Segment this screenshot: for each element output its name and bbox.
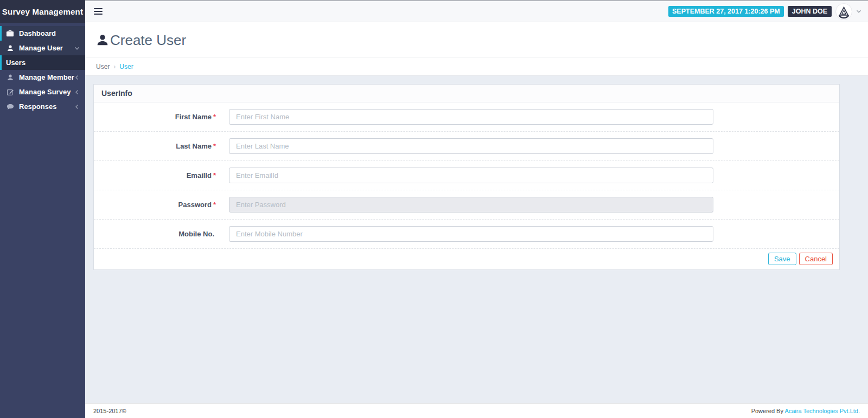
company-link[interactable]: Acaira Technologies Pvt.Ltd. xyxy=(784,408,860,414)
last-name-field[interactable] xyxy=(229,138,713,154)
chevron-left-icon xyxy=(74,89,80,95)
sidebar-item-label: Manage Survey xyxy=(19,88,71,96)
datetime-badge: SEPTEMBER 27, 2017 1:20:26 PM xyxy=(668,6,784,17)
panel-title: UserInfo xyxy=(94,85,839,102)
sidebar-item-manage-survey[interactable]: Manage Survey xyxy=(0,85,85,99)
topbar: SEPTEMBER 27, 2017 1:20:26 PM JOHN DOE xyxy=(85,1,868,22)
sidebar: Survey Management Dashboard Manage User … xyxy=(0,0,85,418)
sidebar-item-dashboard[interactable]: Dashboard xyxy=(0,26,85,41)
required-asterisk: * xyxy=(213,171,216,179)
first-name-label: First Name* xyxy=(94,113,216,121)
required-asterisk: * xyxy=(213,142,216,150)
sidebar-item-label: Dashboard xyxy=(19,29,56,37)
sidebar-item-manage-member[interactable]: Manage Member xyxy=(0,70,85,85)
sidebar-item-label: Users xyxy=(6,59,25,67)
chevron-down-icon xyxy=(74,46,80,51)
content-area: UserInfo First Name* Last Name* xyxy=(85,76,868,403)
form-row-mobile: Mobile No. xyxy=(94,220,839,249)
last-name-label: Last Name* xyxy=(94,142,216,150)
breadcrumb-parent[interactable]: User xyxy=(96,63,110,70)
breadcrumb: User › User xyxy=(85,57,868,76)
form-row-password: Password* xyxy=(94,190,839,220)
form-row-emailid: EmailId* xyxy=(94,161,839,190)
app-title: Survey Management xyxy=(0,0,85,23)
sidebar-item-label: Manage Member xyxy=(19,73,74,81)
comment-icon xyxy=(6,102,14,111)
panel-footer: Save Cancel xyxy=(94,249,839,269)
first-name-field[interactable] xyxy=(229,109,713,125)
form-row-first-name: First Name* xyxy=(94,102,839,132)
emailid-field[interactable] xyxy=(229,168,713,183)
required-asterisk: * xyxy=(213,113,216,121)
user-icon xyxy=(96,34,109,47)
page-heading-section: Create User xyxy=(85,22,868,57)
mobile-label: Mobile No. xyxy=(94,230,216,238)
breadcrumb-current[interactable]: User xyxy=(119,63,133,70)
password-field[interactable] xyxy=(229,197,713,213)
userinfo-panel: UserInfo First Name* Last Name* xyxy=(93,84,840,270)
hamburger-menu-icon[interactable] xyxy=(93,6,104,17)
main-area: SEPTEMBER 27, 2017 1:20:26 PM JOHN DOE C… xyxy=(85,0,868,418)
page-title: Create User xyxy=(110,33,186,48)
edit-icon xyxy=(6,88,14,96)
sidebar-item-label: Responses xyxy=(19,102,56,111)
briefcase-icon xyxy=(6,29,14,37)
sidebar-item-users[interactable]: Users xyxy=(0,55,85,70)
emailid-label: EmailId* xyxy=(94,171,216,179)
cancel-button[interactable]: Cancel xyxy=(799,253,833,265)
member-icon xyxy=(6,73,14,81)
required-asterisk: * xyxy=(213,201,216,209)
copyright-text: 2015-2017© xyxy=(93,408,126,414)
sidebar-menu: Dashboard Manage User Users Manage Membe… xyxy=(0,26,85,114)
password-label: Password* xyxy=(94,201,216,209)
sidebar-item-responses[interactable]: Responses xyxy=(0,99,85,114)
save-button[interactable]: Save xyxy=(768,253,796,265)
mobile-field[interactable] xyxy=(229,226,713,242)
user-menu-caret-icon[interactable] xyxy=(856,9,861,14)
company-logo[interactable] xyxy=(835,3,852,20)
breadcrumb-separator-icon: › xyxy=(113,63,116,70)
powered-by-text: Powered By Acaira Technologies Pvt.Ltd. xyxy=(751,408,860,414)
sidebar-item-manage-user[interactable]: Manage User xyxy=(0,41,85,55)
chevron-left-icon xyxy=(74,75,80,80)
footer: 2015-2017© Powered By Acaira Technologie… xyxy=(85,403,868,418)
chevron-left-icon xyxy=(74,104,80,110)
user-icon xyxy=(6,44,14,52)
username-badge[interactable]: JOHN DOE xyxy=(788,6,832,17)
form-row-last-name: Last Name* xyxy=(94,132,839,161)
sidebar-item-label: Manage User xyxy=(19,44,63,52)
